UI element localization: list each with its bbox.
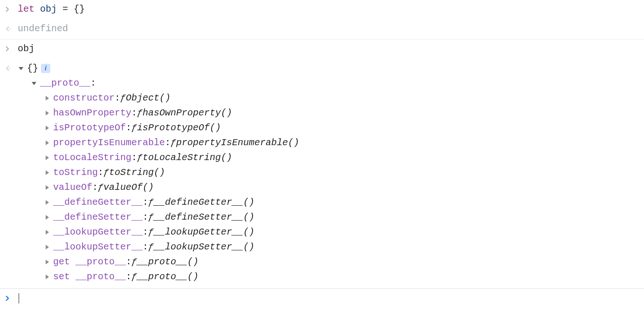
caret-right-icon[interactable] <box>44 274 50 280</box>
caret-right-icon[interactable] <box>44 199 50 206</box>
proto-member-node[interactable]: isPrototypeOf: ƒ isPrototypeOf() <box>18 121 641 135</box>
svg-point-1 <box>9 68 11 69</box>
console-input-row: let obj = {} <box>0 0 644 20</box>
caret-down-icon[interactable] <box>18 65 24 72</box>
info-icon[interactable]: i <box>41 64 50 73</box>
console-active-input-row[interactable] <box>0 289 644 309</box>
proto-member-node[interactable]: __defineGetter__: ƒ __defineGetter__() <box>18 195 641 210</box>
console-input-row: obj <box>0 40 644 59</box>
property-name: __defineGetter__ <box>53 195 143 210</box>
function-symbol: ƒ <box>137 106 143 121</box>
keyword-let: let <box>18 4 34 14</box>
function-signature: toLocaleString() <box>143 150 232 165</box>
function-signature: Object() <box>126 91 171 106</box>
output-prompt-icon <box>5 21 18 37</box>
input-prompt-icon <box>5 2 18 18</box>
property-name: toString <box>53 165 98 180</box>
property-name: valueOf <box>53 180 92 195</box>
function-signature: __defineGetter__() <box>154 195 254 210</box>
var-obj: obj <box>40 4 57 14</box>
property-name: constructor <box>53 91 115 106</box>
property-name: toLocaleString <box>53 150 131 165</box>
console-output-row: undefined <box>0 20 644 40</box>
caret-right-icon[interactable] <box>44 125 50 131</box>
caret-right-icon[interactable] <box>44 95 50 101</box>
proto-member-node[interactable]: __lookupGetter__: ƒ __lookupGetter__() <box>18 225 641 240</box>
property-name: get __proto__ <box>53 255 126 269</box>
property-name: hasOwnProperty <box>53 106 131 121</box>
function-signature: hasOwnProperty() <box>143 106 232 121</box>
input-prompt-icon <box>5 41 18 57</box>
function-symbol: ƒ <box>120 91 126 106</box>
function-signature: __proto__() <box>137 255 199 269</box>
function-signature: __proto__() <box>137 269 199 284</box>
caret-right-icon[interactable] <box>44 169 50 176</box>
console-input-code: let obj = {} <box>18 2 641 17</box>
proto-member-node[interactable]: toString: ƒ toString() <box>18 165 641 180</box>
function-symbol: ƒ <box>98 180 103 195</box>
function-symbol: ƒ <box>131 121 137 135</box>
svg-point-0 <box>9 28 11 30</box>
function-symbol: ƒ <box>148 195 154 210</box>
proto-member-node[interactable]: set __proto__: ƒ __proto__() <box>18 269 641 284</box>
function-signature: toString() <box>109 165 165 180</box>
function-signature: __lookupSetter__() <box>154 240 254 255</box>
function-symbol: ƒ <box>171 135 176 150</box>
property-name: __defineSetter__ <box>53 210 143 225</box>
object-braces: {} <box>27 61 38 76</box>
caret-right-icon[interactable] <box>44 110 50 116</box>
code-obj: obj <box>18 43 34 54</box>
function-symbol: ƒ <box>148 210 154 225</box>
console-output-row: {} i __proto__: constructor: ƒ Object()h… <box>0 59 644 289</box>
proto-member-node[interactable]: get __proto__: ƒ __proto__() <box>18 255 641 269</box>
proto-label: __proto__ <box>40 76 90 91</box>
function-symbol: ƒ <box>137 150 143 165</box>
function-symbol: ƒ <box>131 269 137 284</box>
function-signature: valueOf() <box>103 180 154 195</box>
function-signature: __lookupGetter__() <box>154 225 254 240</box>
active-prompt-icon <box>5 291 18 307</box>
caret-right-icon[interactable] <box>44 184 50 191</box>
function-symbol: ƒ <box>148 225 154 240</box>
function-signature: isPrototypeOf() <box>137 121 221 135</box>
caret-right-icon[interactable] <box>44 229 50 235</box>
caret-right-icon[interactable] <box>44 214 50 221</box>
property-name: __lookupGetter__ <box>53 225 143 240</box>
caret-right-icon[interactable] <box>44 244 50 250</box>
caret-right-icon[interactable] <box>44 140 50 146</box>
function-symbol: ƒ <box>103 165 109 180</box>
proto-member-node[interactable]: propertyIsEnumerable: ƒ propertyIsEnumer… <box>18 135 641 150</box>
proto-member-node[interactable]: __lookupSetter__: ƒ __lookupSetter__() <box>18 240 641 255</box>
proto-member-node[interactable]: hasOwnProperty: ƒ hasOwnProperty() <box>18 106 641 121</box>
property-name: isPrototypeOf <box>53 121 126 135</box>
caret-right-icon[interactable] <box>44 155 50 161</box>
output-prompt-icon <box>5 61 18 77</box>
function-signature: __defineSetter__() <box>154 210 254 225</box>
proto-member-node[interactable]: __defineSetter__: ƒ __defineSetter__() <box>18 210 641 225</box>
proto-member-node[interactable]: valueOf: ƒ valueOf() <box>18 180 641 195</box>
proto-node[interactable]: __proto__: <box>18 76 641 91</box>
object-root-node[interactable]: {} i <box>18 61 641 76</box>
function-signature: propertyIsEnumerable() <box>176 135 299 150</box>
function-symbol: ƒ <box>148 240 154 255</box>
function-symbol: ƒ <box>131 255 137 269</box>
undefined-label: undefined <box>18 23 68 34</box>
text-caret <box>19 293 19 303</box>
caret-down-icon[interactable] <box>31 80 37 87</box>
proto-member-node[interactable]: constructor: ƒ Object() <box>18 91 641 106</box>
console-active-input[interactable] <box>18 291 641 306</box>
property-name: __lookupSetter__ <box>53 240 143 255</box>
proto-member-node[interactable]: toLocaleString: ƒ toLocaleString() <box>18 150 641 165</box>
property-name: propertyIsEnumerable <box>53 135 165 150</box>
caret-right-icon[interactable] <box>44 259 50 265</box>
code-rest: = {} <box>57 4 85 14</box>
property-name: set __proto__ <box>53 269 126 284</box>
